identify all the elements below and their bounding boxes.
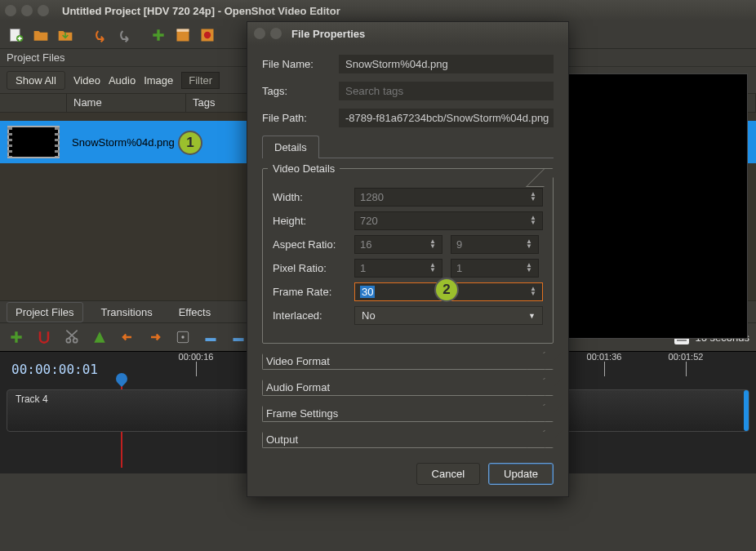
video-details-heading: Video Details <box>268 162 340 175</box>
height-label: Height: <box>273 215 354 227</box>
aspect-a-stepper[interactable]: 16▲▼ <box>354 235 442 254</box>
marker-icon[interactable] <box>90 327 109 347</box>
tab-details[interactable]: Details <box>262 136 319 158</box>
update-button[interactable]: Update <box>488 463 554 485</box>
video-format-group[interactable]: Video Format <box>262 353 554 370</box>
tick-label: 00:00:16 <box>179 352 214 362</box>
save-project-icon[interactable] <box>56 25 75 45</box>
import-icon[interactable] <box>149 25 168 45</box>
interlaced-select[interactable]: No▼ <box>354 306 543 325</box>
aspect-ratio-label: Aspect Ratio: <box>273 238 354 251</box>
tab-project-files[interactable]: Project Files <box>7 302 83 322</box>
prev-marker-icon[interactable] <box>118 327 137 347</box>
width-label: Width: <box>273 191 354 203</box>
video-details-group: Video Details Width: 1280▲▼ Height: 720▲… <box>262 168 554 344</box>
width-stepper[interactable]: 1280▲▼ <box>354 188 543 207</box>
height-stepper[interactable]: 720▲▼ <box>354 211 543 230</box>
track-end-handle[interactable] <box>744 390 749 431</box>
svg-point-5 <box>204 31 211 38</box>
decrement-icon: ▼ <box>529 198 537 202</box>
filter-video[interactable]: Video <box>73 74 100 87</box>
filter-input[interactable]: Filter <box>181 72 220 89</box>
redo-icon[interactable] <box>114 25 134 45</box>
maximize-icon[interactable] <box>38 5 49 16</box>
row-name: SnowStorm%04d.png <box>67 136 186 149</box>
undo-icon[interactable] <box>90 25 109 45</box>
window-title: Untitled Project [HDV 720 24p] - OpenSho… <box>62 5 340 17</box>
svg-rect-3 <box>177 29 189 31</box>
cancel-button[interactable]: Cancel <box>416 463 480 485</box>
track-label: Track 4 <box>16 393 48 405</box>
callout-2: 2 <box>434 278 459 302</box>
dialog-title: File Properties <box>291 28 365 40</box>
open-project-icon[interactable] <box>31 25 51 45</box>
filter-image[interactable]: Image <box>144 74 173 87</box>
show-all-button[interactable]: Show All <box>7 71 65 90</box>
pixel-a-stepper[interactable]: 1▲▼ <box>354 259 442 278</box>
file-name-value[interactable]: SnowStorm%04d.png <box>339 55 554 73</box>
film-thumbnail-icon <box>7 126 60 158</box>
zoom-in-icon[interactable]: ▬ <box>229 327 248 347</box>
file-name-label: File Name: <box>262 58 339 70</box>
video-preview[interactable] <box>564 73 748 339</box>
svg-point-7 <box>73 339 78 343</box>
frame-settings-group[interactable]: Frame Settings <box>262 406 554 422</box>
frame-rate-label: Frame Rate: <box>273 286 354 298</box>
next-marker-icon[interactable] <box>145 327 165 347</box>
tick-label: 00:01:36 <box>587 352 622 362</box>
add-track-icon[interactable] <box>7 327 26 347</box>
filter-audio[interactable]: Audio <box>109 74 136 87</box>
tick-label: 00:01:52 <box>669 352 704 362</box>
file-properties-dialog: File Properties File Name: SnowStorm%04d… <box>247 21 569 497</box>
dialog-titlebar[interactable]: File Properties <box>247 22 568 45</box>
tags-label: Tags: <box>262 85 339 97</box>
pixel-b-stepper[interactable]: 1▲▼ <box>451 259 539 278</box>
minimize-icon[interactable] <box>21 5 33 16</box>
output-group[interactable]: Output <box>262 432 554 448</box>
properties-tabs: Details <box>262 136 554 158</box>
dialog-minimize-icon[interactable] <box>270 28 282 39</box>
svg-point-9 <box>181 335 184 338</box>
column-name[interactable]: Name <box>67 94 186 112</box>
file-path-value[interactable]: -8789-f81a67234bcb/SnowStorm%04d.png <box>339 109 554 127</box>
file-path-label: File Path: <box>262 112 339 124</box>
razor-icon[interactable] <box>62 327 82 347</box>
audio-format-group[interactable]: Audio Format <box>262 380 554 396</box>
center-playhead-icon[interactable] <box>173 327 193 347</box>
tags-input[interactable] <box>339 82 554 100</box>
snap-icon[interactable] <box>34 327 54 347</box>
close-icon[interactable] <box>5 5 16 16</box>
interlaced-label: Interlaced: <box>273 309 354 322</box>
tab-transitions[interactable]: Transitions <box>93 303 161 322</box>
tab-effects[interactable]: Effects <box>171 303 220 322</box>
chevron-down-icon: ▼ <box>528 312 536 320</box>
profile-icon[interactable] <box>173 25 193 45</box>
playhead-timecode: 00:00:00:01 <box>11 362 98 377</box>
new-project-icon[interactable] <box>7 25 26 45</box>
callout-1: 1 <box>178 131 202 155</box>
aspect-b-stepper[interactable]: 9▲▼ <box>451 235 539 254</box>
dialog-close-icon[interactable] <box>254 28 265 39</box>
fullscreen-icon[interactable] <box>198 25 217 45</box>
zoom-out-icon[interactable]: ▬ <box>201 327 220 347</box>
svg-point-6 <box>66 339 70 343</box>
pixel-ratio-label: Pixel Ratio: <box>273 262 354 274</box>
column-thumbnail[interactable] <box>0 94 67 112</box>
window-titlebar: Untitled Project [HDV 720 24p] - OpenSho… <box>0 0 756 21</box>
